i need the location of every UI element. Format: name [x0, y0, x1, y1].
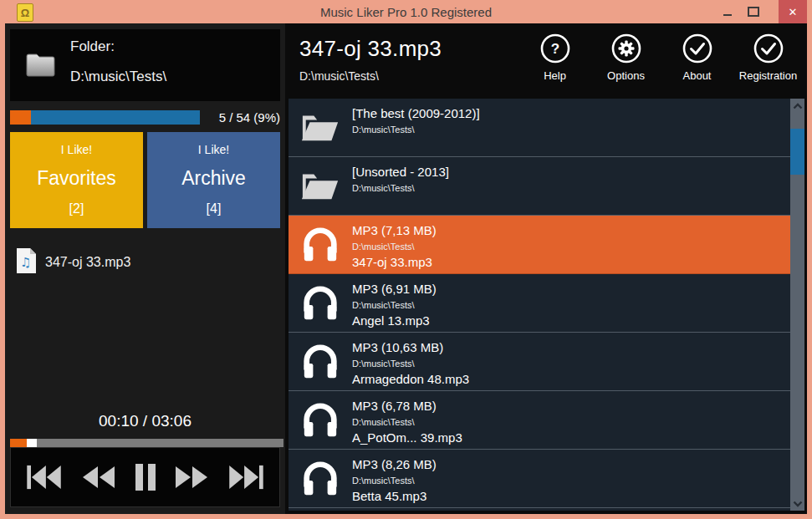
- headphones-icon: [299, 285, 341, 322]
- row-filename: Betta 45.mp3: [352, 488, 437, 505]
- scroll-down-button[interactable]: [790, 496, 804, 511]
- fast-forward-button[interactable]: [173, 465, 210, 490]
- row-path: D:\music\Tests\: [352, 474, 437, 488]
- file-list-row-folder[interactable]: [The best (2009-2012)]D:\music\Tests\: [289, 99, 790, 157]
- help-button[interactable]: ?Help: [519, 33, 590, 99]
- scroll-up-button[interactable]: [790, 99, 804, 113]
- row-title: MP3 (7,13 MB): [352, 221, 437, 240]
- right-panel: 347-oj 33.mp3 D:\music\Tests\ ?HelpOptio…: [285, 23, 807, 514]
- action-label: Registration: [739, 69, 797, 82]
- now-playing-name: 347-oj 33.mp3: [45, 255, 130, 270]
- row-path: D:\music\Tests\: [352, 357, 469, 371]
- rewind-icon: [80, 465, 117, 490]
- open-folder-icon: [299, 111, 341, 145]
- scrollbar[interactable]: [790, 99, 804, 511]
- seek-bar[interactable]: [10, 439, 283, 447]
- folder-selector[interactable]: Folder: D:\music\Tests\: [10, 29, 280, 101]
- scan-progress-text: 5 / 54 (9%): [200, 110, 280, 125]
- file-list-row-folder[interactable]: [Unsorted - 2013]D:\music\Tests\: [289, 157, 790, 216]
- headphones-icon: [299, 226, 341, 263]
- maximize-button[interactable]: [740, 0, 767, 23]
- fast-forward-icon: [173, 465, 210, 490]
- row-filename: 347-oj 33.mp3: [352, 254, 437, 271]
- headphones-icon: [299, 460, 341, 497]
- archive-label: Archive: [147, 167, 280, 190]
- skip-forward-button[interactable]: [226, 464, 266, 491]
- file-list: [The best (2009-2012)]D:\music\Tests\[Un…: [289, 99, 790, 511]
- pause-icon: [133, 462, 158, 492]
- file-list-row-mp3[interactable]: MP3 (8,26 MB)D:\music\Tests\Betta 45.mp3: [289, 450, 790, 508]
- scan-progress-fill: [10, 110, 31, 125]
- window-title: Music Liker Pro 1.0 Registered: [0, 0, 812, 23]
- closed-folder-icon: [25, 49, 58, 83]
- row-title: MP3 (6,78 MB): [352, 397, 462, 415]
- archive-button[interactable]: I Like! Archive [4]: [147, 132, 280, 228]
- row-title: MP3 (10,63 MB): [352, 338, 469, 357]
- playback-time: 00:10 / 03:06: [5, 412, 285, 430]
- headphones-icon: [299, 402, 341, 439]
- track-path: D:\music\Tests\: [299, 69, 442, 83]
- rewind-button[interactable]: [80, 465, 117, 490]
- favorites-button[interactable]: I Like! Favorites [2]: [10, 132, 143, 228]
- about-button[interactable]: About: [661, 33, 733, 99]
- row-path: D:\music\Tests\: [352, 298, 437, 313]
- titlebar[interactable]: Ω Music Liker Pro 1.0 Registered ✕: [0, 0, 812, 23]
- row-filename: Armageddon 48.mp3: [352, 371, 469, 388]
- favorites-count: [2]: [10, 201, 143, 216]
- headphones-icon: [299, 343, 341, 380]
- row-title: [Unsorted - 2013]: [352, 163, 449, 181]
- skip-back-button[interactable]: [24, 464, 64, 491]
- check-circle-icon: [682, 33, 713, 64]
- folder-path: D:\music\Tests\: [70, 69, 280, 85]
- chevron-down-icon: [793, 501, 803, 507]
- row-title: [The best (2009-2012)]: [352, 104, 480, 123]
- file-list-row-mp3[interactable]: MP3 (6,78 MB)D:\music\Tests\A_PotOm... 3…: [289, 391, 790, 450]
- seek-buffer: [27, 439, 37, 447]
- close-button[interactable]: ✕: [779, 0, 807, 23]
- row-filename: A_PotOm... 39.mp3: [352, 430, 462, 446]
- minimize-button[interactable]: [715, 0, 740, 23]
- now-playing: ♫ 347-oj 33.mp3: [15, 247, 280, 277]
- scrollbar-thumb[interactable]: [790, 129, 804, 175]
- row-path: D:\music\Tests\: [352, 240, 437, 254]
- file-list-row-mp3[interactable]: MP3 (10,63 MB)D:\music\Tests\Armageddon …: [289, 333, 790, 391]
- file-list-row-mp3[interactable]: MP3 (6,91 MB)D:\music\Tests\Angel 13.mp3: [289, 274, 790, 333]
- track-title: 347-oj 33.mp3: [299, 36, 442, 62]
- svg-text:?: ?: [550, 41, 559, 57]
- minimize-icon: [723, 14, 732, 16]
- check-circle-icon: [753, 33, 784, 64]
- open-folder-icon: [299, 170, 341, 203]
- options-button[interactable]: Options: [590, 33, 661, 99]
- skip-forward-icon: [226, 464, 266, 491]
- seek-played: [10, 439, 27, 447]
- row-title: MP3 (6,91 MB): [352, 280, 437, 298]
- registration-button[interactable]: Registration: [733, 33, 804, 99]
- scan-progress-bar: [10, 110, 200, 125]
- skip-back-icon: [24, 464, 64, 491]
- row-filename: Angel 13.mp3: [352, 313, 437, 329]
- row-path: D:\music\Tests\: [352, 415, 462, 430]
- left-panel: Folder: D:\music\Tests\ 5 / 54 (9%) I Li…: [5, 23, 285, 514]
- action-label: About: [683, 69, 712, 82]
- row-path: D:\music\Tests\: [352, 123, 480, 137]
- row-path: D:\music\Tests\: [352, 181, 449, 196]
- archive-count: [4]: [147, 201, 280, 216]
- favorites-label: Favorites: [10, 167, 143, 190]
- music-file-icon: ♫: [15, 247, 38, 277]
- action-label: Help: [544, 69, 566, 82]
- maximize-icon: [748, 7, 759, 17]
- transport-controls: [10, 447, 280, 507]
- svg-text:♫: ♫: [20, 255, 31, 270]
- pause-button[interactable]: [133, 462, 158, 492]
- chevron-up-icon: [793, 103, 803, 109]
- header-actions: ?HelpOptionsAboutRegistration: [519, 33, 804, 99]
- question-circle-icon: ?: [539, 33, 571, 64]
- favorites-tag: I Like!: [10, 143, 143, 156]
- window-body: Folder: D:\music\Tests\ 5 / 54 (9%) I Li…: [5, 23, 807, 514]
- archive-tag: I Like!: [147, 143, 280, 156]
- action-label: Options: [607, 69, 645, 82]
- file-list-row-mp3[interactable]: MP3 (7,13 MB)D:\music\Tests\347-oj 33.mp…: [289, 216, 790, 274]
- folder-label: Folder:: [70, 38, 280, 55]
- gear-circle-icon: [610, 33, 642, 64]
- row-title: MP3 (8,26 MB): [352, 455, 437, 474]
